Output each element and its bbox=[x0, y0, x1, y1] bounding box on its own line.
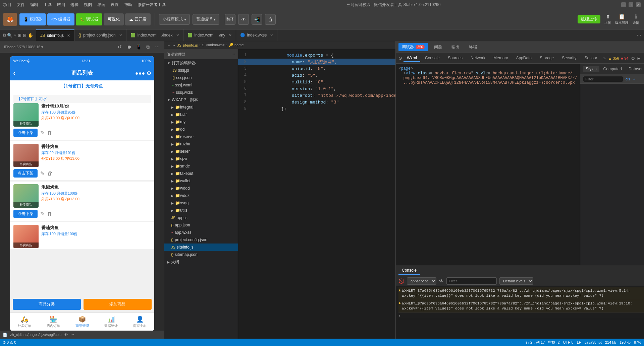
tab-stats[interactable]: 📊 数据统计 bbox=[97, 313, 125, 331]
refresh-icon[interactable]: ↺ bbox=[116, 43, 124, 51]
styles-tab-styles[interactable]: Styles bbox=[583, 66, 599, 72]
tree-siteinfo-js[interactable]: JS siteinfo.js bbox=[164, 244, 238, 251]
nav-forward-btn[interactable]: → bbox=[172, 43, 176, 47]
wxml-tab-sensor[interactable]: Sensor bbox=[581, 55, 601, 62]
phone-more-icon[interactable]: ⋯ bbox=[153, 43, 161, 51]
menu-settings[interactable]: 设置 bbox=[111, 2, 119, 8]
close-tab-icon[interactable]: ✕ bbox=[119, 33, 122, 38]
console-filter-input[interactable] bbox=[446, 277, 497, 285]
offline-btn-2[interactable]: 点击下架 bbox=[13, 169, 38, 178]
offline-btn[interactable]: 点击下架 bbox=[13, 129, 38, 137]
wxapp-section[interactable]: ▼ WXAPP - 副本 bbox=[164, 96, 238, 103]
menu-tools[interactable]: 工具 bbox=[44, 2, 52, 8]
close-tab-icon[interactable]: ✕ bbox=[176, 33, 179, 38]
debugger-btn[interactable]: 🐛 调试器 bbox=[76, 13, 102, 25]
close-tab-icon[interactable]: ✕ bbox=[67, 33, 70, 38]
tab-more-icon[interactable]: ⋯ bbox=[637, 32, 641, 38]
tree-folder-qd[interactable]: ▶ 📁 qd bbox=[164, 126, 238, 133]
tree-app-json[interactable]: {} app.json bbox=[164, 221, 238, 229]
tab-product-mgr[interactable]: 📦 商品管理 bbox=[68, 313, 97, 331]
wxml-tab-security[interactable]: Security bbox=[558, 55, 580, 62]
tab-index-wxml-my[interactable]: 🟩 index.wxml ...\my ✕ bbox=[183, 29, 236, 41]
visualize-btn[interactable]: 可视化 bbox=[104, 13, 124, 25]
open-editors-section[interactable]: ▼ 打开的编辑器 bbox=[164, 59, 238, 67]
tree-folder-seller[interactable]: ▶ 📁 seller bbox=[164, 148, 238, 155]
mode-dropdown[interactable]: 小程序模式 ▾ bbox=[159, 14, 190, 25]
wxml-tab-appdata[interactable]: AppData bbox=[513, 55, 535, 62]
offline-btn-3[interactable]: 点击下架 bbox=[13, 210, 38, 218]
wxml-tab-memory[interactable]: Memory bbox=[490, 55, 511, 62]
maximize-btn[interactable]: □ bbox=[629, 2, 633, 7]
tree-sssj-wxml[interactable]: ▪ sssj.wxml bbox=[164, 81, 238, 89]
phone-icon[interactable]: 📱 bbox=[135, 43, 143, 51]
tree-folder-wddd[interactable]: ▶ 📁 wddd bbox=[164, 185, 238, 192]
tab-icon-5[interactable]: ⊟ bbox=[23, 33, 26, 38]
cls-btn[interactable]: .cls bbox=[625, 77, 630, 81]
tree-folder-smdc[interactable]: ▶ 📁 smdc bbox=[164, 162, 238, 170]
devtools-settings-icon[interactable]: ⚙ bbox=[631, 56, 635, 61]
tab-index-wxml-index[interactable]: 🟩 index.wxml ...\index ✕ bbox=[126, 29, 183, 41]
nav-back-icon[interactable]: ‹ bbox=[13, 70, 15, 77]
tree-sssj-js[interactable]: JS sssj.js bbox=[164, 67, 238, 74]
real-debug-btn[interactable]: 📲 bbox=[252, 14, 262, 25]
styles-tab-dataset[interactable]: Dataset bbox=[626, 66, 644, 72]
upload-green-btn[interactable]: 狐狸上传 bbox=[578, 15, 600, 23]
simulator-btn[interactable]: 📱 模拟器 bbox=[19, 13, 46, 25]
file-tree-more-icon[interactable]: ⋯ bbox=[231, 52, 235, 57]
devtools-split-icon[interactable]: ⊟ bbox=[637, 56, 641, 61]
category-btn[interactable]: 商品分类 bbox=[13, 299, 81, 310]
styles-tab-computed[interactable]: Computed bbox=[601, 66, 625, 72]
tree-folder-wddz[interactable]: ▶ 📁 wddz bbox=[164, 192, 238, 199]
tree-folder-xsgq[interactable]: ▶ 📁 xsgq bbox=[164, 199, 238, 207]
wxml-more-icon[interactable]: » bbox=[603, 56, 606, 61]
tree-folder-ruzhu[interactable]: ▶ 📁 ruzhu bbox=[164, 140, 238, 148]
tab-icon-4[interactable]: ⊞ bbox=[18, 33, 21, 38]
tab-index-wxss[interactable]: 🔵 index.wxss ✕ bbox=[236, 29, 278, 41]
code-editor[interactable]: 1 module.exports = { 2 name: "大鹏资源网", 3 bbox=[238, 49, 395, 339]
preview-btn[interactable]: 👁 bbox=[238, 14, 249, 25]
edit-icon-3[interactable]: ✎ bbox=[40, 211, 45, 217]
devtools-dots-icon[interactable]: ⋮ bbox=[642, 56, 644, 61]
tree-sssj-wxss[interactable]: ~ sssj.wxss bbox=[164, 89, 238, 96]
tab-delivery-order[interactable]: 🛵 外卖订单 bbox=[10, 313, 39, 331]
devtools-tab-debugger[interactable]: 调试器 356 bbox=[398, 43, 428, 51]
outline-section[interactable]: ▶ 大纲 bbox=[164, 258, 238, 266]
wxml-tab-wxml[interactable]: Wxml bbox=[404, 55, 420, 62]
version-mgr-btn[interactable]: 📋 版本管理 bbox=[614, 12, 630, 26]
bottom-more-icon[interactable]: ⋯ bbox=[70, 333, 74, 337]
menu-goto[interactable]: 转到 bbox=[57, 2, 65, 8]
menu-edit[interactable]: 编辑 bbox=[30, 2, 38, 8]
compile-dropdown[interactable]: 普通编译 ▾ bbox=[193, 14, 219, 25]
tree-folder-takeout[interactable]: ▶ 📁 takeout bbox=[164, 170, 238, 177]
translate-btn[interactable]: 翻译 bbox=[225, 14, 235, 25]
delete-icon-3[interactable]: 🗑 bbox=[47, 211, 53, 217]
tree-folder-wallet[interactable]: ▶ 📁 wallet bbox=[164, 177, 238, 185]
console-tab-active[interactable]: Console bbox=[398, 267, 420, 275]
add-style-icon[interactable]: + bbox=[633, 76, 635, 82]
styles-filter-input[interactable] bbox=[583, 76, 623, 82]
menu-interface[interactable]: 界面 bbox=[97, 2, 105, 8]
menu-file[interactable]: 文件 bbox=[17, 2, 25, 8]
copy-icon[interactable]: ⧉ bbox=[144, 43, 152, 51]
detail-btn[interactable]: ℹ 详情 bbox=[631, 12, 641, 26]
wxml-tab-sources[interactable]: Sources bbox=[444, 55, 466, 62]
minimize-btn[interactable]: — bbox=[621, 2, 626, 7]
wxml-tab-network[interactable]: Network bbox=[467, 55, 489, 62]
menu-view[interactable]: 视图 bbox=[84, 2, 92, 8]
tree-folder-reserve[interactable]: ▶ 📁 reserve bbox=[164, 133, 238, 140]
tree-folder-utils[interactable]: ▶ 📁 utils bbox=[164, 207, 238, 214]
close-btn[interactable]: ✕ bbox=[636, 2, 641, 7]
tab-icon-2[interactable]: 🔍 bbox=[7, 33, 12, 38]
editor-btn[interactable]: </> 编辑器 bbox=[47, 13, 74, 25]
devtools-tab-output[interactable]: 输出 bbox=[448, 43, 463, 51]
tab-store-order[interactable]: 🏪 店内订单 bbox=[39, 313, 68, 331]
upload-btn[interactable]: ⬆ 上传 bbox=[603, 12, 612, 26]
devtools-tab-terminal[interactable]: 终端 bbox=[466, 43, 480, 51]
tree-folder-liar[interactable]: ▶ 📁 Liar bbox=[164, 111, 238, 118]
tree-project-config[interactable]: {} project.config.json bbox=[164, 236, 238, 244]
edit-icon-2[interactable]: ✎ bbox=[40, 170, 45, 177]
close-tab-icon[interactable]: ✕ bbox=[229, 33, 232, 38]
bottom-eye-icon[interactable]: 👁 bbox=[64, 333, 68, 337]
menu-devtools[interactable]: 微信开发者工具 bbox=[138, 2, 166, 8]
tree-app-wxss[interactable]: ~ app.wxss bbox=[164, 229, 238, 236]
